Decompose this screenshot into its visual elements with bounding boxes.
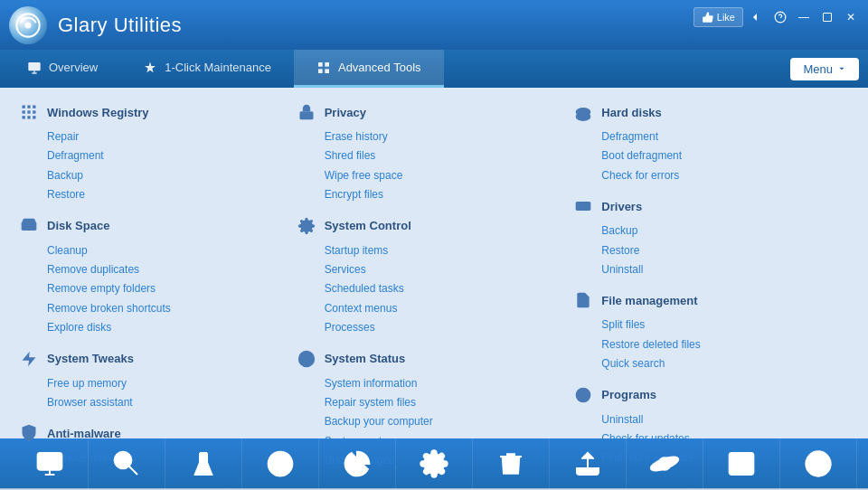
close-button[interactable]: ✕	[841, 7, 861, 27]
link-cleanup[interactable]: Cleanup	[47, 241, 296, 259]
svg-rect-15	[23, 110, 25, 113]
toolbar-flask[interactable]	[165, 438, 242, 488]
link-startup-items[interactable]: Startup items	[325, 241, 573, 259]
toolbar-pie[interactable]	[319, 438, 396, 488]
like-button[interactable]: Like	[693, 7, 743, 27]
bottom-toolbar	[0, 438, 868, 488]
svg-rect-33	[576, 202, 591, 211]
link-backup[interactable]: Backup	[47, 166, 296, 184]
link-repair[interactable]: Repair	[47, 127, 296, 146]
file-management-icon	[572, 289, 594, 311]
link-backup-drivers[interactable]: Backup	[601, 221, 850, 240]
section-windows-registry: Windows Registry Repair Defragment Backu…	[18, 101, 296, 204]
back-button[interactable]	[747, 7, 767, 27]
link-split-files[interactable]: Split files	[601, 316, 850, 334]
toolbar-planet[interactable]	[627, 438, 703, 488]
link-restore-deleted-files[interactable]: Restore deleted files	[601, 335, 850, 353]
tab-advanced[interactable]: Advanced Tools	[294, 50, 444, 88]
link-repair-system-files[interactable]: Repair system files	[325, 393, 573, 411]
toolbar-window[interactable]	[703, 438, 780, 488]
section-file-management: File management Split files Restore dele…	[572, 289, 850, 372]
restore-button[interactable]	[817, 7, 837, 27]
svg-rect-23	[299, 111, 313, 119]
link-check-for-errors[interactable]: Check for errors	[601, 166, 850, 184]
toolbar-trash[interactable]	[473, 438, 550, 488]
toolbar-upload[interactable]	[550, 438, 627, 488]
link-restore[interactable]: Restore	[47, 185, 296, 203]
app-logo	[9, 6, 47, 44]
file-management-title: File management	[601, 294, 697, 307]
svg-rect-5	[28, 62, 40, 71]
link-system-information[interactable]: System information	[325, 374, 573, 392]
tab-1click[interactable]: 1-Click Maintenance	[120, 50, 294, 88]
toolbar-broom[interactable]	[89, 438, 165, 488]
tweaks-icon	[18, 348, 40, 370]
programs-icon	[572, 384, 594, 406]
link-explore-disks[interactable]: Explore disks	[47, 318, 296, 336]
svg-rect-13	[27, 106, 30, 108]
tweaks-title: System Tweaks	[47, 352, 134, 365]
section-system-control: System Control Startup items Services Sc…	[296, 215, 573, 337]
svg-point-1	[25, 22, 32, 28]
svg-rect-9	[325, 62, 329, 67]
svg-rect-17	[33, 110, 35, 113]
link-services[interactable]: Services	[325, 260, 573, 278]
svg-rect-19	[27, 116, 30, 118]
help-button[interactable]	[770, 7, 790, 27]
link-uninstall-drivers[interactable]: Uninstall	[601, 260, 850, 278]
main-content: Windows Registry Repair Defragment Backu…	[0, 88, 868, 438]
link-remove-empty-folders[interactable]: Remove empty folders	[47, 279, 296, 297]
link-scheduled-tasks[interactable]: Scheduled tasks	[325, 279, 573, 297]
link-free-memory[interactable]: Free up memory	[47, 374, 296, 392]
svg-point-22	[32, 224, 34, 227]
toolbar-overview[interactable]	[12, 438, 89, 488]
link-backup-computer[interactable]: Backup your computer	[325, 412, 573, 430]
svg-rect-51	[729, 453, 753, 475]
toolbar-settings[interactable]	[396, 438, 473, 488]
svg-rect-8	[318, 62, 323, 67]
link-restore-drivers[interactable]: Restore	[601, 241, 850, 259]
svg-rect-20	[33, 116, 35, 118]
column-1: Windows Registry Repair Defragment Backu…	[18, 101, 296, 425]
svg-rect-12	[23, 106, 25, 108]
link-erase-history[interactable]: Erase history	[325, 127, 573, 146]
svg-rect-4	[824, 14, 832, 22]
link-wipe-free-space[interactable]: Wipe free space	[325, 166, 573, 184]
toolbar-globe[interactable]	[242, 438, 319, 488]
system-control-icon	[296, 215, 317, 237]
link-browser-assistant[interactable]: Browser assistant	[47, 393, 296, 411]
svg-rect-11	[325, 69, 329, 73]
link-context-menus[interactable]: Context menus	[325, 299, 573, 317]
link-boot-defragment[interactable]: Boot defragment	[601, 146, 850, 165]
link-remove-broken-shortcuts[interactable]: Remove broken shortcuts	[47, 299, 296, 317]
link-encrypt-files[interactable]: Encrypt files	[325, 185, 573, 203]
link-processes[interactable]: Processes	[325, 318, 573, 336]
column-3: Hard disks Defragment Boot defragment Ch…	[572, 101, 850, 425]
section-drivers: Drivers Backup Restore Uninstall	[572, 195, 850, 278]
link-defragment[interactable]: Defragment	[601, 127, 850, 146]
privacy-title: Privacy	[325, 106, 366, 119]
toolbar-scroll-up[interactable]	[780, 438, 857, 488]
system-status-title: System Status	[325, 352, 406, 365]
svg-rect-16	[27, 110, 30, 113]
section-hard-disks: Hard disks Defragment Boot defragment Ch…	[572, 101, 850, 184]
system-status-icon	[296, 348, 317, 370]
link-shred-files[interactable]: Shred files	[325, 146, 573, 165]
link-uninstall-programs[interactable]: Uninstall	[601, 410, 850, 429]
registry-icon	[18, 101, 40, 123]
link-defragment[interactable]: Defragment	[47, 146, 296, 165]
window-controls: Like — ✕	[693, 7, 861, 27]
drivers-title: Drivers	[601, 200, 642, 213]
link-quick-search[interactable]: Quick search	[601, 354, 850, 372]
menu-button[interactable]: Menu	[790, 58, 859, 80]
svg-rect-10	[318, 69, 323, 73]
system-control-title: System Control	[325, 219, 411, 232]
registry-title: Windows Registry	[47, 106, 149, 119]
drivers-icon	[572, 195, 594, 217]
tab-overview[interactable]: Overview	[5, 50, 120, 88]
svg-rect-40	[37, 453, 61, 470]
privacy-icon	[296, 101, 317, 123]
minimize-button[interactable]: —	[794, 7, 814, 27]
link-remove-duplicates[interactable]: Remove duplicates	[47, 260, 296, 278]
nav-bar: Overview 1-Click Maintenance Advanced To…	[0, 50, 868, 88]
